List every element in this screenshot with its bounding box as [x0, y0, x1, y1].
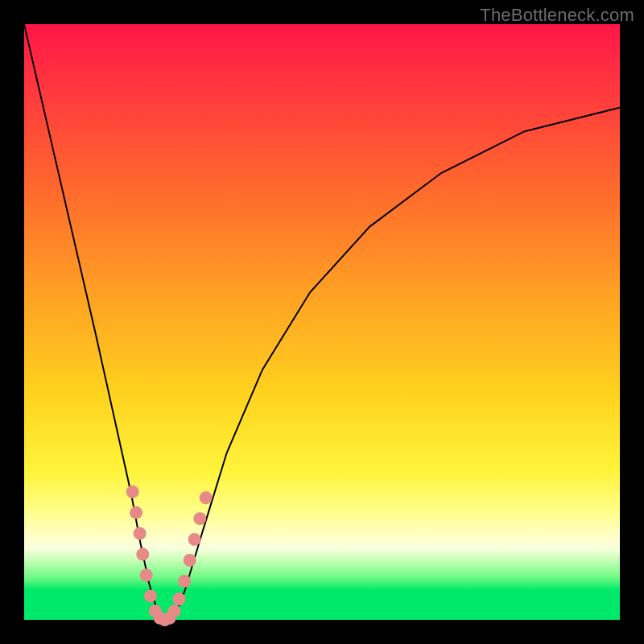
data-marker	[144, 589, 157, 602]
bottleneck-curve	[24, 24, 620, 620]
data-marker	[200, 491, 213, 504]
data-markers	[126, 485, 213, 626]
chart-svg	[24, 24, 620, 620]
data-marker	[134, 527, 147, 540]
watermark-text: TheBottleneck.com	[480, 5, 634, 26]
data-marker	[172, 592, 185, 605]
plot-area	[24, 24, 620, 620]
data-marker	[168, 605, 181, 617]
data-marker	[184, 554, 196, 567]
data-marker	[126, 485, 139, 498]
data-marker	[140, 569, 153, 582]
data-marker	[178, 575, 191, 588]
data-marker	[193, 512, 206, 525]
data-marker	[188, 533, 201, 546]
data-marker	[136, 548, 149, 561]
chart-frame: TheBottleneck.com	[0, 0, 644, 644]
data-marker	[130, 506, 142, 519]
